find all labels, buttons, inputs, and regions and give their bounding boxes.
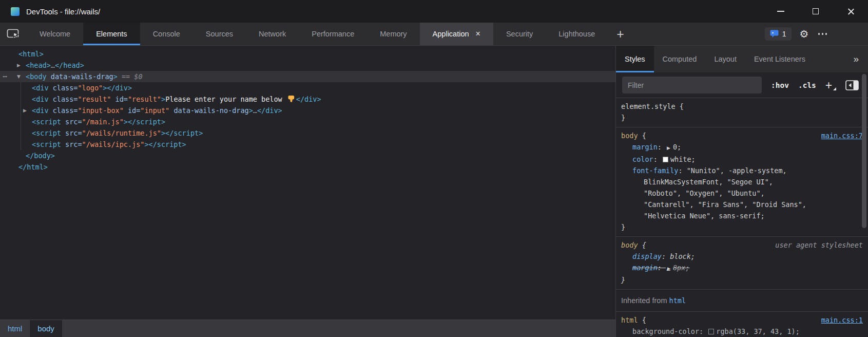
tab-performance[interactable]: Performance	[299, 23, 367, 45]
rule-selector[interactable]: element.style	[621, 101, 676, 112]
window-title: DevTools - file://wails/	[26, 7, 100, 16]
dom-tree-row[interactable]: </html>	[0, 161, 615, 173]
dom-tree-row[interactable]: ▶<head>…</head>	[0, 60, 615, 71]
expand-shorthand-icon[interactable]: ▶	[667, 266, 670, 271]
css-colon: :	[658, 143, 666, 151]
dom-tree-row[interactable]: ⋯▼<body data-wails-drag> == $0	[0, 71, 615, 82]
close-tab-icon[interactable]: ×	[476, 29, 480, 39]
issues-count: 1	[782, 30, 786, 38]
tab-network[interactable]: Network	[246, 23, 299, 45]
minimize-button[interactable]	[763, 0, 798, 23]
dom-tree-row[interactable]: <script src="/wails/runtime.js"></script…	[0, 127, 615, 139]
tab-label: Application	[433, 30, 469, 38]
code-segment-tag: >	[161, 95, 165, 103]
tab-lighthouse[interactable]: Lighthouse	[546, 23, 608, 45]
rule-selector[interactable]: body	[621, 130, 638, 141]
inspect-element-button[interactable]	[0, 23, 27, 45]
css-value-wrap-line: "Roboto", "Oxygen", "Ubuntu",	[621, 188, 863, 199]
pointing-down-emoji	[287, 95, 295, 103]
window-titlebar: DevTools - file://wails/	[0, 0, 868, 23]
dom-tree-row[interactable]: <html>	[0, 48, 615, 60]
css-declaration[interactable]: color: white;	[621, 154, 863, 165]
css-declaration[interactable]: display: block;	[621, 251, 863, 262]
devtools-tabbar-tabs: WelcomeElementsConsoleSourcesNetworkPerf…	[27, 23, 608, 45]
css-property-name: margin	[632, 264, 658, 272]
settings-gear-icon[interactable]: ⚙	[800, 28, 809, 40]
tab-console[interactable]: Console	[140, 23, 193, 45]
css-property-value: BlinkMacSystemFont, "Segoe UI",	[644, 178, 773, 186]
tab-elements[interactable]: Elements	[83, 23, 140, 45]
code-segment-attr: id=	[111, 95, 128, 103]
tab-label: Styles	[625, 55, 645, 63]
rule-selector[interactable]: html	[621, 314, 638, 326]
expand-node-icon[interactable]: ▶	[17, 60, 21, 71]
new-style-rule-button[interactable]: +	[825, 80, 836, 90]
more-tabs-button[interactable]: »	[844, 46, 868, 72]
pseudo-state-toggle[interactable]: :hov	[771, 81, 789, 89]
code-segment-tag: >	[113, 72, 118, 81]
tab-label: Event Listeners	[754, 55, 805, 63]
inherited-target-link[interactable]: html	[669, 296, 686, 305]
dom-tree-row[interactable]: ▶<div class="input-box" id="input" data-…	[0, 105, 615, 116]
tab-memory[interactable]: Memory	[367, 23, 419, 45]
css-value-wrap-line: BlinkMacSystemFont, "Segoe UI",	[621, 176, 863, 188]
elements-panel: <html>▶<head>…</head>⋯▼<body data-wails-…	[0, 46, 615, 337]
dom-tree-row[interactable]: <div class="logo"></div>	[0, 82, 615, 93]
expand-node-icon[interactable]: ▶	[23, 105, 27, 116]
breadcrumb-item-html[interactable]: html	[0, 320, 30, 337]
add-tab-button[interactable]: +	[608, 23, 633, 45]
css-declaration[interactable]: background-color: rgba(33, 37, 43, 1);	[621, 326, 863, 337]
css-declaration[interactable]: font-family: "Nunito", -apple-system,	[621, 165, 863, 176]
tab-security[interactable]: Security	[493, 23, 546, 45]
customize-menu-button[interactable]	[817, 30, 828, 38]
code-segment-attr: src=	[61, 129, 82, 137]
dom-tree-row[interactable]: </body>	[0, 150, 615, 161]
dom-tree-row[interactable]: <div class="result" id="result">Please e…	[0, 93, 615, 105]
css-rule: body {user agent stylesheetdisplay: bloc…	[616, 237, 868, 290]
issues-counter-button[interactable]: 1	[765, 27, 792, 41]
css-colon: :	[658, 264, 666, 272]
rule-selector[interactable]: body	[621, 239, 638, 251]
code-segment-attr: src=	[61, 140, 82, 148]
tab-sources[interactable]: Sources	[193, 23, 246, 45]
code-segment-val: "result"	[128, 95, 161, 103]
collapse-node-icon[interactable]: ▼	[17, 71, 21, 82]
code-segment-tag: >	[249, 106, 253, 115]
tab-welcome[interactable]: Welcome	[27, 23, 83, 45]
css-property-value: rgba(33, 37, 43, 1);	[716, 327, 800, 335]
stylesheet-source-link[interactable]: main.css:1	[821, 314, 863, 326]
rule-header: body {user agent stylesheet	[621, 239, 863, 251]
computed-styles-sidebar-toggle[interactable]	[845, 80, 859, 90]
breadcrumb-item-body[interactable]: body	[30, 320, 62, 337]
css-declaration[interactable]: margin: ▶0;	[621, 141, 863, 154]
styles-tab-event-listeners[interactable]: Event Listeners	[745, 46, 814, 72]
tab-application[interactable]: Application×	[420, 23, 493, 45]
styles-tab-styles[interactable]: Styles	[616, 46, 654, 72]
color-swatch[interactable]	[663, 157, 668, 162]
color-swatch[interactable]	[708, 329, 714, 334]
dom-tree-row[interactable]: <script src="/main.js"></script>	[0, 116, 615, 127]
css-property-value: block;	[670, 252, 695, 260]
styles-filter-bar: :hov .cls +	[616, 72, 868, 98]
window-controls	[763, 0, 868, 23]
code-segment-attr: src=	[61, 118, 82, 126]
expand-shorthand-icon[interactable]: ▶	[667, 145, 670, 151]
styles-scrollbar-thumb[interactable]	[862, 74, 866, 228]
code-segment-attr: class=	[49, 95, 78, 103]
code-segment-attr: data-wails-drag	[47, 72, 113, 81]
css-declaration[interactable]: margin: ▶8px;	[621, 262, 863, 274]
devtools-main: <html>▶<head>…</head>⋯▼<body data-wails-…	[0, 45, 868, 337]
code-segment-tag: <div	[32, 95, 49, 103]
issues-bubble-icon	[770, 30, 779, 38]
styles-filter-input[interactable]	[622, 77, 762, 93]
code-segment-tag: <script	[32, 140, 61, 148]
close-button[interactable]	[833, 0, 868, 23]
styles-tab-computed[interactable]: Computed	[654, 46, 706, 72]
element-classes-toggle[interactable]: .cls	[798, 81, 816, 89]
css-property-value: "Cantarell", "Fira Sans", "Droid Sans",	[644, 200, 806, 209]
dom-tree-row[interactable]: <script src="/wails/ipc.js"></script>	[0, 139, 615, 150]
css-value-wrap-line: "Helvetica Neue", sans-serif;	[621, 210, 863, 221]
styles-tab-layout[interactable]: Layout	[705, 46, 745, 72]
stylesheet-source-link[interactable]: main.css:7	[821, 130, 863, 141]
maximize-button[interactable]	[798, 0, 833, 23]
